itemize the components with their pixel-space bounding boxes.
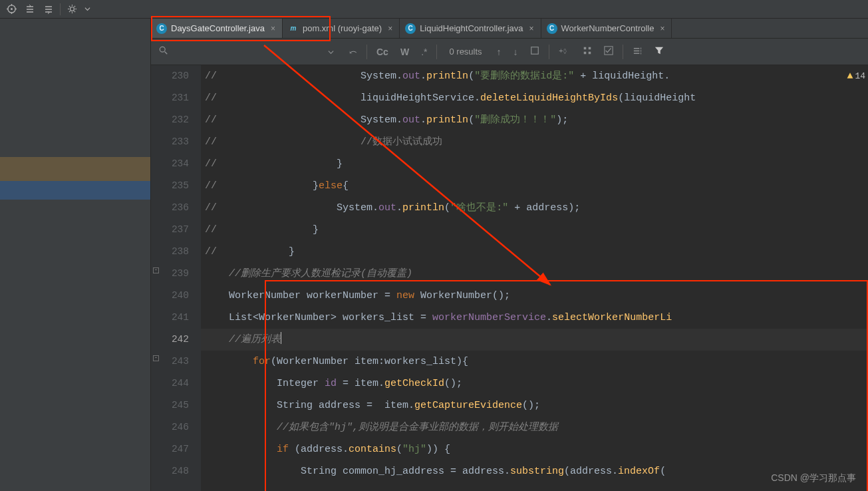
gear-icon[interactable]	[65, 2, 79, 17]
code-line[interactable]: WorkerNumber workerNumber = new WorkerNu…	[201, 285, 868, 307]
code-line[interactable]: // liquidHeightService.deleteLiquidHeigh…	[201, 87, 868, 109]
caret	[281, 332, 281, 344]
code-line[interactable]: if (address.contains("hj")) {	[201, 438, 868, 460]
class-icon: C	[547, 23, 557, 34]
target-icon[interactable]	[4, 2, 19, 17]
fold-toggle-icon[interactable]: -	[153, 355, 159, 361]
class-icon: C	[405, 23, 416, 34]
chevron-down-icon[interactable]	[83, 2, 91, 17]
code-line[interactable]: // //数据小试试成功	[201, 131, 868, 153]
code-line[interactable]: // System.out.println("要删除的数据id是:" + liq…	[201, 65, 868, 87]
gutter: - - 230231232233234235236237238239240241…	[151, 65, 201, 491]
tab-label: WorkerNumberControlle	[561, 23, 654, 33]
expand-all-icon[interactable]	[23, 2, 37, 17]
editor-tabs: CDaysGateController.java×mpom.xml (ruoyi…	[151, 19, 868, 39]
tab-label: LiquidHeightController.java	[420, 23, 523, 33]
close-icon[interactable]: ×	[658, 24, 664, 33]
svg-rect-21	[583, 52, 586, 55]
project-sidebar	[0, 19, 151, 491]
tab-label: DaysGateController.java	[171, 23, 265, 33]
close-icon[interactable]: ×	[527, 24, 534, 33]
svg-line-11	[69, 6, 70, 7]
select-all-icon[interactable]	[527, 45, 542, 59]
close-icon[interactable]: ×	[269, 24, 275, 33]
code-line[interactable]: //遍历列表	[201, 329, 868, 351]
arrow-up-icon[interactable]: ↑	[494, 45, 504, 59]
code-line[interactable]: for(WorkerNumber item:workers_list){	[201, 351, 868, 373]
add-selection-icon[interactable]: +⎀	[556, 45, 573, 59]
prev-occurrence-icon[interactable]: ⤺	[347, 45, 360, 59]
chevron-down-icon[interactable]	[325, 45, 337, 59]
code-line[interactable]: // }	[201, 153, 868, 175]
code-line[interactable]: String common_hj_address = address.subst…	[201, 460, 868, 482]
svg-line-13	[69, 11, 70, 12]
search-icon[interactable]	[156, 45, 171, 59]
regex-toggle[interactable]: .*	[418, 45, 430, 59]
svg-line-12	[74, 11, 74, 12]
svg-rect-20	[588, 47, 591, 50]
collapse-all-icon[interactable]	[41, 2, 56, 17]
sidebar-highlight	[0, 157, 150, 181]
code-line[interactable]: //如果包含"hj",则说明是合金事业部的数据，则开始处理数据	[201, 416, 868, 438]
svg-rect-19	[583, 47, 586, 50]
code-area[interactable]: - - 230231232233234235236237238239240241…	[151, 65, 868, 491]
svg-text:+⎀: +⎀	[559, 47, 567, 55]
fold-toggle-icon[interactable]: -	[153, 267, 159, 273]
results-count: 0 results	[449, 47, 482, 57]
code-line[interactable]: // }	[201, 241, 868, 263]
code-lines[interactable]: ▲ 14 // System.out.println("要删除的数据id是:" …	[201, 65, 868, 491]
tab-daysgatecontroller-java[interactable]: CDaysGateController.java×	[151, 19, 283, 38]
filter-icon[interactable]	[652, 45, 666, 59]
class-icon: C	[156, 23, 167, 34]
close-icon[interactable]: ×	[386, 24, 392, 33]
sidebar-selection[interactable]	[0, 181, 150, 200]
separator	[60, 3, 61, 15]
tab-label: pom.xml (ruoyi-gate)	[303, 23, 382, 33]
select-all-occurrences-icon[interactable]	[580, 45, 595, 59]
svg-point-1	[11, 8, 13, 10]
code-line[interactable]: List<WorkerNumber> workers_list = worker…	[201, 307, 868, 329]
tab-liquidheightcontroller-java[interactable]: CLiquidHeightController.java×	[400, 19, 541, 38]
code-line[interactable]: // }else{	[201, 175, 868, 197]
checkbox-icon[interactable]	[601, 45, 616, 59]
svg-point-15	[160, 47, 165, 52]
svg-line-14	[74, 6, 74, 7]
code-line[interactable]: // System.out.println("啥也不是:" + address)…	[201, 197, 868, 219]
tab-pom-xml-ruoyi-gate-[interactable]: mpom.xml (ruoyi-gate)×	[283, 19, 400, 38]
search-input[interactable]	[175, 47, 321, 57]
tab-workernumbercontrolle[interactable]: CWorkerNumberControlle×	[541, 19, 672, 38]
code-line[interactable]: // System.out.println("删除成功！！！");	[201, 109, 868, 131]
code-line[interactable]: //删除生产要求人数巡检记录(自动覆盖)	[201, 263, 868, 285]
structure-toolbar	[0, 0, 868, 19]
arrow-down-icon[interactable]: ↓	[511, 45, 521, 59]
match-case-toggle[interactable]: Cc	[374, 45, 391, 59]
find-bar: ⤺ Cc W .* 0 results ↑ ↓ +⎀	[151, 39, 868, 65]
code-line[interactable]: String address = item.getCaptureEvidence…	[201, 395, 868, 416]
svg-point-6	[70, 7, 74, 11]
warning-count: 14	[855, 71, 865, 81]
maven-icon: m	[288, 23, 299, 34]
svg-rect-22	[588, 52, 591, 55]
inspection-warning[interactable]: ▲ 14	[847, 65, 865, 87]
svg-line-16	[165, 52, 168, 55]
words-toggle[interactable]: W	[398, 45, 412, 59]
warning-icon: ▲	[847, 71, 853, 82]
svg-rect-17	[531, 47, 538, 55]
code-line[interactable]: // }	[201, 219, 868, 241]
settings-icon[interactable]	[630, 45, 645, 59]
code-line[interactable]: Integer id = item.getCheckId();	[201, 373, 868, 395]
